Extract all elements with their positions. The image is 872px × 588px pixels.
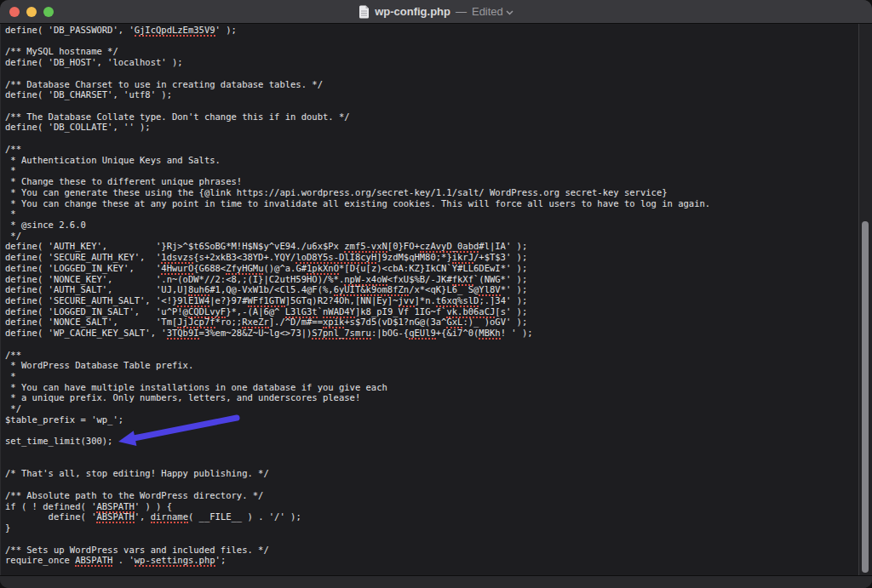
code-line[interactable]: set_time_limit(300); [5, 436, 858, 447]
code-line[interactable] [5, 36, 858, 47]
code-content: define( 'DB_PASSWORD', 'GjIcQpdLzEm35V9'… [0, 24, 858, 566]
code-line[interactable] [5, 339, 858, 350]
spellcheck-underline: jvv [399, 295, 415, 307]
code-line[interactable]: * You can generate these using the {@lin… [5, 187, 858, 198]
code-line[interactable]: define( 'SECURE_AUTH_KEY', '1dsvzs{s+2xk… [5, 252, 858, 263]
code-line[interactable] [5, 447, 858, 458]
code-line[interactable]: /** Sets up WordPress vars and included … [5, 545, 858, 556]
title-bar[interactable]: wp-config.php — Edited [0, 0, 872, 24]
code-line[interactable] [5, 68, 858, 79]
spellcheck-underline: S7pnl_7smru [312, 328, 371, 340]
textedit-window: wp-config.php — Edited define( 'DB_PASSW… [0, 0, 872, 588]
code-line[interactable]: * [5, 165, 858, 176]
spellcheck-underline: qEUl9 [409, 328, 436, 340]
spellcheck-underline: 3TQb9I [167, 328, 199, 340]
code-line[interactable]: define( 'DB_CHARSET', 'utf8' ); [5, 89, 858, 100]
code-line[interactable]: * You can have multiple installations in… [5, 382, 858, 393]
spellcheck-underline: ABSPATH [75, 555, 112, 567]
code-line[interactable]: /** [5, 144, 858, 155]
code-line[interactable]: /** Database Charset to use in creating … [5, 79, 858, 90]
title-separator: — [456, 5, 467, 18]
code-line[interactable] [5, 425, 858, 437]
code-line[interactable]: /** The Database Collate type. Don't cha… [5, 111, 858, 123]
spellcheck-underline: ABSPATH [96, 511, 134, 523]
document-icon [359, 5, 370, 19]
spellcheck-underline: WFf1GTW [248, 295, 285, 307]
window-footer [0, 575, 872, 588]
code-line[interactable]: define( 'DB_HOST', 'localhost' ); [5, 57, 858, 68]
code-line[interactable]: define( 'AUTH_KEY', '}Rj>^$t6SoBG*M!H$N$… [5, 241, 858, 252]
code-line[interactable]: define( 'DB_PASSWORD', 'GjIcQpdLzEm35V9'… [5, 25, 858, 36]
code-line[interactable] [5, 458, 858, 469]
chevron-down-icon [506, 10, 513, 15]
code-line[interactable]: * [5, 371, 858, 382]
code-line[interactable]: require_once ABSPATH . 'wp-settings.php'… [5, 555, 858, 566]
code-line[interactable]: define( 'AUTH_SALT', 'UJ,U]8uh6#1,Q@-VxW… [5, 284, 858, 295]
spellcheck-underline: ZfyHGMu [226, 263, 263, 275]
window-title-group: wp-config.php — Edited [0, 0, 872, 23]
window-title: wp-config.php [375, 5, 450, 18]
code-line[interactable]: /** [5, 350, 858, 361]
edited-menu[interactable]: Edited [472, 5, 513, 18]
scrollbar[interactable] [858, 24, 872, 576]
code-line[interactable]: * WordPress Database Table prefix. [5, 360, 858, 371]
code-line[interactable]: define( 'NONCE_KEY', '.n~(oDW*//2:<8,;(I… [5, 274, 858, 285]
code-editor[interactable]: define( 'DB_PASSWORD', 'GjIcQpdLzEm35V9'… [0, 24, 858, 576]
code-line[interactable]: */ [5, 231, 858, 242]
code-line[interactable] [5, 133, 858, 144]
code-line[interactable]: define( 'LOGGED_IN_SALT', 'u^P!@CQDLvyF}… [5, 306, 858, 317]
code-line[interactable]: * You can change these at any point in t… [5, 198, 858, 209]
spellcheck-underline: GjIcQpdLzEm35V9 [135, 25, 215, 37]
code-line[interactable]: * [5, 208, 858, 220]
code-line[interactable]: */ [5, 403, 858, 414]
code-line[interactable]: * @since 2.6.0 [5, 220, 858, 231]
code-line[interactable]: * a unique prefix. Only numbers, letters… [5, 392, 858, 403]
code-line[interactable] [5, 100, 858, 111]
code-line[interactable]: * Change these to different unique phras… [5, 176, 858, 187]
code-line[interactable]: define( 'SECURE_AUTH_SALT', '<!}9lE1W4|e… [5, 295, 858, 306]
spellcheck-underline: dirname [151, 511, 188, 523]
code-line[interactable]: $table_prefix = 'wp_'; [5, 414, 858, 425]
spellcheck-underline: MBKh [479, 328, 500, 340]
spellcheck-underline: 4HwurO [161, 263, 193, 275]
edited-label: Edited [472, 5, 503, 18]
code-line[interactable]: define( 'NONCE_SALT', 'Tm[JjJcp7f*ro;;Rx… [5, 317, 858, 328]
code-line[interactable]: /** MySQL hostname */ [5, 46, 858, 57]
spellcheck-underline: 1dsvzs [161, 252, 193, 264]
code-line[interactable] [5, 534, 858, 545]
spellcheck-underline: 9lE1W4 [177, 295, 209, 307]
code-line[interactable]: /** Absolute path to the WordPress direc… [5, 490, 858, 501]
spellcheck-underline: wp-settings.php [135, 555, 215, 567]
code-line[interactable]: /* That's all, stop editing! Happy publi… [5, 468, 858, 479]
spellcheck-underline: loD8Y5s-DlI8cyH [295, 252, 376, 264]
code-line[interactable] [5, 479, 858, 490]
code-line[interactable]: define( 'DB_COLLATE', '' ); [5, 122, 858, 133]
code-line[interactable]: if ( ! defined( 'ABSPATH' ) ) { [5, 501, 858, 512]
spellcheck-underline: ikrJ [452, 252, 473, 264]
code-line[interactable]: define( 'LOGGED_IN_KEY', '4HwurO{G688<Zf… [5, 263, 858, 274]
code-line[interactable]: define( 'ABSPATH', dirname( __FILE__ ) .… [5, 511, 858, 522]
code-line[interactable]: } [5, 522, 858, 534]
scrollbar-thumb[interactable] [862, 221, 869, 573]
spellcheck-underline: t6xq%slD [436, 295, 479, 307]
code-line[interactable]: * Authentication Unique Keys and Salts. [5, 155, 858, 166]
spellcheck-underline: 1pkXnO [307, 263, 339, 275]
code-line[interactable]: define( 'WP_CACHE_KEY_SALT', '3TQb9I=3%e… [5, 328, 858, 339]
